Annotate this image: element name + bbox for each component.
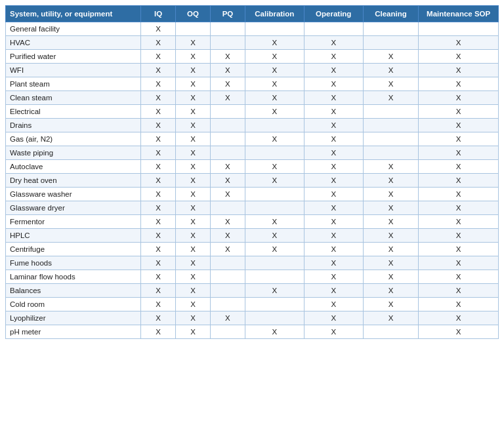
cell-cal: X xyxy=(245,174,304,188)
cell-oq: X xyxy=(176,270,211,284)
cell-maint: X xyxy=(419,36,499,50)
cell-cal xyxy=(245,311,304,325)
cell-pq: X xyxy=(211,188,245,201)
cell-iq: X xyxy=(141,36,176,50)
header-oq: OQ xyxy=(176,6,211,22)
cell-name: Purified water xyxy=(6,50,141,64)
cell-cal: X xyxy=(245,160,304,174)
cell-name: Gas (air, N2) xyxy=(6,132,141,146)
cell-maint: X xyxy=(419,256,499,270)
table-row: Gas (air, N2)XXXXX xyxy=(6,132,499,146)
cell-cal: X xyxy=(245,77,304,91)
table-row: General facilityX xyxy=(6,22,499,36)
cell-clean: X xyxy=(363,50,419,64)
cell-name: Glassware dryer xyxy=(6,201,141,215)
cell-name: pH meter xyxy=(6,325,141,339)
cell-oq: X xyxy=(176,77,211,91)
cell-op: X xyxy=(304,105,363,119)
cell-iq: X xyxy=(141,325,176,339)
cell-oq: X xyxy=(176,174,211,188)
cell-op: X xyxy=(304,201,363,215)
table-row: Plant steamXXXXXXX xyxy=(6,77,499,91)
cell-pq: X xyxy=(211,174,245,188)
table-row: HPLCXXXXXXX xyxy=(6,229,499,243)
cell-name: Laminar flow hoods xyxy=(6,270,141,284)
cell-clean: X xyxy=(363,77,419,91)
cell-maint: X xyxy=(419,298,499,311)
cell-cal xyxy=(245,270,304,284)
cell-op: X xyxy=(304,119,363,132)
cell-name: General facility xyxy=(6,22,141,36)
cell-name: HVAC xyxy=(6,36,141,50)
cell-cal xyxy=(245,119,304,132)
cell-op: X xyxy=(304,188,363,201)
cell-iq: X xyxy=(141,270,176,284)
cell-clean: X xyxy=(363,270,419,284)
header-iq: IQ xyxy=(141,6,176,22)
cell-clean: X xyxy=(363,311,419,325)
cell-clean: X xyxy=(363,298,419,311)
cell-pq xyxy=(211,105,245,119)
cell-op: X xyxy=(304,311,363,325)
cell-iq: X xyxy=(141,188,176,201)
cell-clean xyxy=(363,105,419,119)
cell-maint: X xyxy=(419,270,499,284)
cell-pq xyxy=(211,256,245,270)
cell-iq: X xyxy=(141,174,176,188)
cell-pq: X xyxy=(211,64,245,77)
cell-clean: X xyxy=(363,188,419,201)
cell-clean: X xyxy=(363,91,419,105)
cell-cal: X xyxy=(245,36,304,50)
table-row: AutoclaveXXXXXXX xyxy=(6,160,499,174)
cell-maint: X xyxy=(419,91,499,105)
cell-clean xyxy=(363,22,419,36)
cell-maint: X xyxy=(419,64,499,77)
cell-cal: X xyxy=(245,50,304,64)
table-row: FermentorXXXXXXX xyxy=(6,215,499,229)
equipment-qualification-table: System, utility, or equipment IQ OQ PQ C… xyxy=(5,5,499,339)
cell-op: X xyxy=(304,256,363,270)
cell-oq: X xyxy=(176,229,211,243)
cell-oq: X xyxy=(176,325,211,339)
table-row: Glassware dryerXXXXX xyxy=(6,201,499,215)
cell-iq: X xyxy=(141,146,176,160)
header-operating: Operating xyxy=(304,6,363,22)
header-system: System, utility, or equipment xyxy=(6,6,141,22)
cell-name: Electrical xyxy=(6,105,141,119)
table-row: BalancesXXXXXX xyxy=(6,284,499,298)
cell-iq: X xyxy=(141,215,176,229)
cell-pq xyxy=(211,119,245,132)
cell-name: Fume hoods xyxy=(6,256,141,270)
cell-maint: X xyxy=(419,215,499,229)
cell-name: Lyophilizer xyxy=(6,311,141,325)
table-row: CentrifugeXXXXXXX xyxy=(6,243,499,256)
table-row: Clean steamXXXXXXX xyxy=(6,91,499,105)
cell-op: X xyxy=(304,91,363,105)
cell-clean: X xyxy=(363,215,419,229)
cell-pq: X xyxy=(211,77,245,91)
cell-iq: X xyxy=(141,64,176,77)
cell-iq: X xyxy=(141,105,176,119)
cell-pq: X xyxy=(211,160,245,174)
cell-maint: X xyxy=(419,50,499,64)
cell-op: X xyxy=(304,77,363,91)
cell-oq: X xyxy=(176,105,211,119)
cell-op: X xyxy=(304,50,363,64)
cell-op xyxy=(304,22,363,36)
cell-oq: X xyxy=(176,146,211,160)
cell-op: X xyxy=(304,284,363,298)
cell-name: Waste piping xyxy=(6,146,141,160)
cell-name: Dry heat oven xyxy=(6,174,141,188)
cell-pq xyxy=(211,146,245,160)
table-row: Purified waterXXXXXXX xyxy=(6,50,499,64)
cell-clean: X xyxy=(363,229,419,243)
table-row: Fume hoodsXXXXX xyxy=(6,256,499,270)
cell-maint: X xyxy=(419,325,499,339)
cell-maint: X xyxy=(419,311,499,325)
cell-pq xyxy=(211,201,245,215)
cell-cal: X xyxy=(245,229,304,243)
cell-cal xyxy=(245,22,304,36)
cell-pq xyxy=(211,22,245,36)
cell-maint: X xyxy=(419,243,499,256)
cell-maint: X xyxy=(419,229,499,243)
